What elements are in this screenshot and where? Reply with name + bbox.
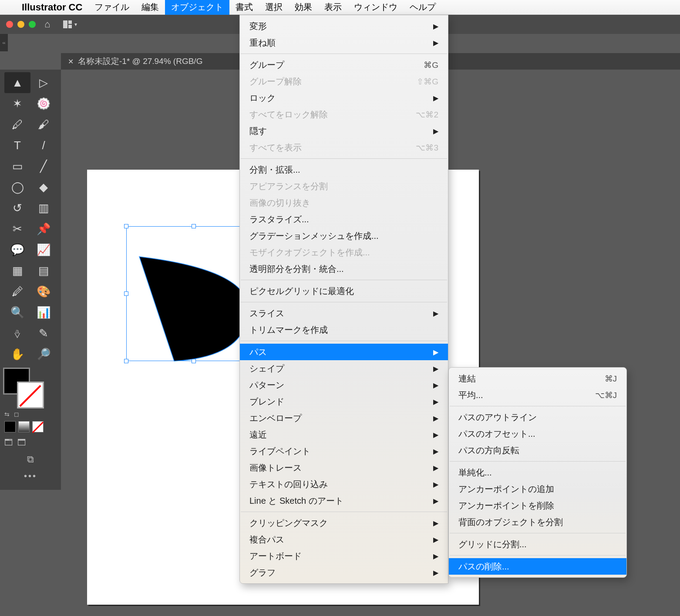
document-tab[interactable]: ✕ 名称未設定-1* @ 27.94% (RGB/G [61, 53, 209, 70]
menu-item[interactable]: アンカーポイントの追加 [449, 481, 626, 497]
close-tab-icon[interactable]: ✕ [68, 57, 74, 66]
stroke-swatch[interactable] [18, 383, 43, 407]
tool-button[interactable]: 🍥 [30, 93, 57, 114]
tool-button[interactable]: 🎨 [30, 281, 57, 302]
resize-handle[interactable] [124, 224, 128, 228]
tool-button[interactable]: ╱ [30, 156, 57, 177]
edit-toolbar-icon[interactable]: ••• [4, 471, 57, 481]
menu-item[interactable]: パス▶ [240, 344, 448, 360]
menu-item[interactable]: グループ⌘G [240, 57, 448, 73]
menu-help[interactable]: ヘルプ [404, 0, 442, 15]
screen-mode-alt-icon[interactable]: 🗖 [17, 438, 26, 448]
menu-item[interactable]: グリッドに分割... [449, 536, 626, 552]
tool-button[interactable]: ▥ [30, 198, 57, 218]
swap-fill-stroke-icon[interactable]: ⇆ [4, 411, 10, 418]
close-icon[interactable] [6, 21, 13, 28]
menu-item[interactable]: アンカーポイントを削除 [449, 497, 626, 514]
menu-item[interactable]: 単純化... [449, 464, 626, 481]
menu-item[interactable]: 分割・拡張... [240, 161, 448, 178]
tool-button[interactable]: 🖊 [4, 114, 30, 135]
change-screen-mode-icon[interactable]: ⧉ [27, 454, 34, 465]
workspace-switcher-icon[interactable]: ▾ [59, 20, 81, 28]
menu-item[interactable]: トリムマークを作成 [240, 321, 448, 338]
menu-item[interactable]: 画像トレース▶ [240, 459, 448, 476]
tool-button[interactable]: ✋ [4, 344, 30, 365]
menu-item[interactable]: 複合パス▶ [240, 531, 448, 548]
resize-handle[interactable] [124, 359, 128, 363]
menu-item[interactable]: 重ね順▶ [240, 34, 448, 51]
menu-item[interactable]: グラフ▶ [240, 564, 448, 581]
menu-item[interactable]: ロック▶ [240, 90, 448, 106]
tool-button[interactable]: 🖉 [4, 281, 30, 302]
menu-item[interactable]: エンベロープ▶ [240, 410, 448, 426]
fill-stroke-swatch[interactable] [4, 369, 43, 407]
menu-edit[interactable]: 編集 [135, 0, 165, 15]
menu-item[interactable]: 背面のオブジェクトを分割 [449, 514, 626, 530]
tool-button[interactable]: T [4, 135, 30, 156]
menu-item[interactable]: アートボード▶ [240, 548, 448, 564]
menu-item[interactable]: ライブペイント▶ [240, 443, 448, 459]
minimize-icon[interactable] [17, 21, 24, 28]
tool-button[interactable]: 📊 [30, 302, 57, 323]
menu-item[interactable]: パターン▶ [240, 377, 448, 393]
tool-button[interactable]: ▭ [4, 156, 30, 177]
menu-item[interactable]: Line と Sketch のアート▶ [240, 492, 448, 509]
menu-select[interactable]: 選択 [259, 0, 289, 15]
menu-item[interactable]: ブレンド▶ [240, 393, 448, 410]
menu-item[interactable]: パスのオフセット... [449, 425, 626, 442]
menu-item[interactable]: 遠近▶ [240, 426, 448, 443]
menu-item[interactable]: スライス▶ [240, 305, 448, 321]
resize-handle[interactable] [192, 224, 196, 228]
menu-file[interactable]: ファイル [88, 0, 135, 15]
menu-item[interactable]: 変形▶ [240, 18, 448, 34]
menu-item[interactable]: ピクセルグリッドに最適化 [240, 283, 448, 299]
tool-button[interactable]: ◆ [30, 177, 57, 198]
tool-button[interactable]: ⎀ [4, 323, 30, 344]
menu-item[interactable]: 隠す▶ [240, 123, 448, 139]
maximize-icon[interactable] [29, 21, 36, 28]
menu-item[interactable]: クリッピングマスク▶ [240, 515, 448, 531]
menu-item[interactable]: 平均...⌥⌘J [449, 387, 626, 403]
menu-item[interactable]: グラデーションメッシュを作成... [240, 228, 448, 244]
color-mode-none[interactable] [32, 421, 44, 432]
tool-button[interactable]: ✎ [30, 323, 57, 344]
tool-button[interactable]: 🖌 [30, 114, 57, 135]
tool-button[interactable]: / [30, 135, 57, 156]
menu-item[interactable]: パスのアウトライン [449, 409, 626, 425]
menu-item[interactable]: パスの方向反転 [449, 442, 626, 459]
selected-shape[interactable] [135, 244, 257, 365]
menu-object[interactable]: オブジェクト [165, 0, 229, 15]
tool-button[interactable]: ✂ [4, 218, 30, 239]
tool-button[interactable]: 💬 [4, 239, 30, 260]
color-mode-solid[interactable] [4, 421, 16, 432]
tool-button[interactable]: ▤ [30, 260, 57, 281]
menu-window[interactable]: ウィンドウ [348, 0, 404, 15]
tool-button[interactable]: 🔎 [30, 344, 57, 365]
menu-item[interactable]: ラスタライズ... [240, 211, 448, 228]
app-menu[interactable]: Illustrator CC [16, 0, 88, 15]
tool-button[interactable]: ▦ [4, 260, 30, 281]
menu-type[interactable]: 書式 [229, 0, 259, 15]
menu-item[interactable]: 透明部分を分割・統合... [240, 261, 448, 277]
tool-button[interactable]: ◯ [4, 177, 30, 198]
menu-item-shortcut: ⌘J [605, 374, 617, 384]
color-mode-gradient[interactable] [18, 421, 30, 432]
resize-handle[interactable] [124, 291, 128, 296]
tool-button[interactable]: ↺ [4, 198, 30, 218]
menu-item[interactable]: テキストの回り込み▶ [240, 476, 448, 492]
default-fill-stroke-icon[interactable]: ◻ [14, 411, 19, 418]
panel-collapse-icon[interactable] [0, 34, 8, 51]
tool-button[interactable]: 📈 [30, 239, 57, 260]
tool-button[interactable]: 📌 [30, 218, 57, 239]
tool-button[interactable]: ▲ [4, 72, 30, 93]
tool-button[interactable]: ✶ [4, 93, 30, 114]
tool-button[interactable]: ▷ [30, 72, 57, 93]
home-icon[interactable]: ⌂ [40, 19, 54, 30]
menu-effect[interactable]: 効果 [289, 0, 318, 15]
screen-mode-icon[interactable]: 🗔 [4, 438, 13, 448]
menu-item[interactable]: パスの削除... [449, 558, 626, 575]
tool-button[interactable]: 🔍 [4, 302, 30, 323]
menu-item[interactable]: シェイプ▶ [240, 360, 448, 377]
menu-item[interactable]: 連結⌘J [449, 370, 626, 387]
menu-view[interactable]: 表示 [318, 0, 348, 15]
